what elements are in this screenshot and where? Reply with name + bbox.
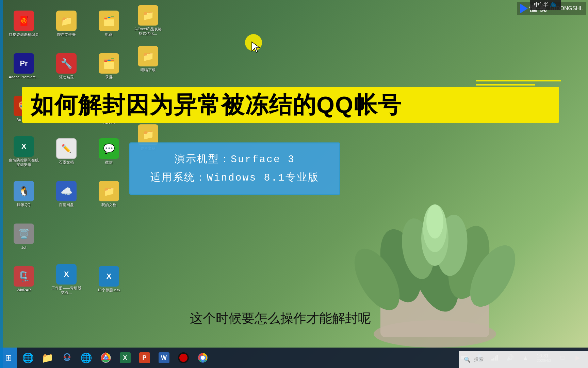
yellow-line-2 <box>476 84 535 86</box>
icon-label-epidemic: 疫情防控期间在线实训安排 <box>9 158 39 167</box>
icon-driver[interactable]: 🔧 驱动精灵 <box>46 46 87 87</box>
icon-img-winrar: 🗜️ <box>14 266 34 287</box>
icon-img-red-bag: 🧧 <box>14 11 34 31</box>
taskbar-pinned-icons: 🌐 📁 🌐 <box>17 349 457 367</box>
icon-img-10titles: X <box>99 266 119 287</box>
subtitle-text: 这个时候要怎么操作才能解封呢 <box>109 310 452 327</box>
svg-point-14 <box>68 356 70 358</box>
icon-label-screen-record: 录屏 <box>105 75 113 79</box>
icon-img-shimo: ✏️ <box>56 138 77 159</box>
icon-label-wechat: 微信 <box>105 160 113 165</box>
icon-download[interactable]: 📁 喵喵下载 <box>129 44 167 74</box>
taskbar-icon-ie[interactable]: 🌐 <box>19 349 37 367</box>
icon-jot[interactable]: 🗑️ Jot <box>3 216 44 257</box>
mouse-cursor <box>250 40 264 54</box>
icon-temp-folder[interactable]: 📁 即席文件夹 <box>46 3 87 44</box>
icon-img-baidu-disk: ☁️ <box>56 181 77 201</box>
icon-baidu-disk[interactable]: ☁️ 百度网盘 <box>46 174 87 215</box>
icon-label-jot: Jot <box>21 245 27 250</box>
info-line2: 适用系统：Windows 8.1专业版 <box>141 169 329 187</box>
icon-10titles[interactable]: X 10个标题.xlsx <box>88 259 129 300</box>
icon-workbook[interactable]: X 工作册——青细股交流... <box>46 259 87 300</box>
title-banner: 如何解封因为异常被冻结的QQ帐号 <box>22 87 559 123</box>
icon-label-my-docs: 我的文档 <box>101 203 116 207</box>
svg-point-19 <box>105 357 107 359</box>
icon-label-workbook: 工作册——青细股交流... <box>51 286 82 295</box>
icon-label-ecommerce: 电商 <box>105 32 113 37</box>
icon-label-baidu-disk: 百度网盘 <box>59 203 74 207</box>
search-bar-bottom[interactable]: 🔍 搜索 <box>459 351 588 368</box>
icon-img-ecommerce: 🗂️ <box>99 11 119 31</box>
icon-winrar[interactable]: 🗜️ WinRAR <box>3 259 44 300</box>
icon-red-bag[interactable]: 🧧 红皮袋训课精编灵 <box>3 3 44 44</box>
taskbar-icon-powerpoint[interactable]: P <box>135 349 154 367</box>
left-edge-bar <box>0 0 3 368</box>
taskbar-icon-chrome2[interactable] <box>193 349 212 367</box>
logo-triangle-icon <box>520 4 528 13</box>
svg-point-22 <box>201 356 204 359</box>
taskbar-icon-excel[interactable]: X <box>116 349 134 367</box>
icon-img-qq: 🐧 <box>14 181 34 201</box>
icon-label-excel-folder: 2-Excel产品表格格式优化... <box>133 27 163 36</box>
icon-img-driver: 🔧 <box>56 53 77 74</box>
taskbar-icon-ie2[interactable]: 🌐 <box>77 349 96 367</box>
icon-label-download: 喵喵下载 <box>141 68 156 72</box>
icon-my-docs[interactable]: 📁 我的文档 <box>88 174 129 215</box>
icon-label-10titles: 10个标题.xlsx <box>97 288 120 292</box>
title-text: 如何解封因为异常被冻结的QQ帐号 <box>31 92 551 118</box>
info-line1: 演示机型：Surface 3 <box>141 150 329 169</box>
taskbar-icon-word[interactable]: W <box>154 349 173 367</box>
icon-label-temp-folder: 即席文件夹 <box>57 32 76 37</box>
icon-img-my-docs: 📁 <box>99 181 119 201</box>
taskbar-icon-explorer[interactable]: 📁 <box>38 349 57 367</box>
icon-label-winrar: WinRAR <box>17 288 31 292</box>
desktop-icons-area: 🧧 红皮袋训课精编灵 📁 即席文件夹 🗂️ 电商 Pr Adobe Premie… <box>0 0 143 293</box>
icon-img-adobe-premiere: Pr <box>14 53 34 74</box>
icon-img-epidemic: X <box>14 136 34 157</box>
icon-img-jot: 🗑️ <box>14 224 34 244</box>
icon-wechat[interactable]: 💬 微信 <box>88 131 129 172</box>
icon-img-references: 📁 <box>138 124 158 145</box>
icon-img-wechat: 💬 <box>99 138 119 159</box>
icon-qq[interactable]: 🐧 腾讯QQ <box>3 174 44 215</box>
icon-label-shimo: 石墨文档 <box>59 160 74 165</box>
icon-img-download: 📁 <box>138 46 158 66</box>
search-placeholder: 搜索 <box>474 356 484 363</box>
icon-shimo[interactable]: ✏️ 石墨文档 <box>46 131 87 172</box>
icon-ecommerce[interactable]: 🗂️ 电商 <box>88 3 129 44</box>
svg-point-11 <box>426 204 443 239</box>
search-icon: 🔍 <box>464 356 471 363</box>
ime-text: 中°·半 🧥 <box>534 1 557 9</box>
icon-img-screen-record: 🗂️ <box>99 53 119 74</box>
ime-indicator[interactable]: 中°·半 🧥 <box>530 0 561 10</box>
icon-screen-record[interactable]: 🗂️ 录屏 <box>88 46 129 87</box>
icon-label-qq: 腾讯QQ <box>17 203 30 207</box>
icon-img-workbook: X <box>56 264 77 285</box>
info-box: 演示机型：Surface 3 适用系统：Windows 8.1专业版 <box>129 142 340 195</box>
icon-epidemic[interactable]: X 疫情防控期间在线实训安排 <box>3 131 44 172</box>
svg-point-13 <box>64 356 66 358</box>
icon-label-adobe-premiere: Adobe Premiere... <box>9 75 39 79</box>
taskbar-icon-record[interactable] <box>174 349 193 367</box>
taskbar-icon-baidu[interactable] <box>58 349 76 367</box>
icon-img-temp-folder: 📁 <box>56 11 77 31</box>
icon-img-excel-folder: 📁 <box>138 5 158 26</box>
icon-excel-folder[interactable]: 📁 2-Excel产品表格格式优化... <box>129 3 167 37</box>
icon-label-red-bag: 红皮袋训课精编灵 <box>9 32 39 37</box>
icon-adobe-premiere[interactable]: Pr Adobe Premiere... <box>3 46 44 87</box>
icon-label-driver: 驱动精灵 <box>59 75 74 79</box>
taskbar-icon-chrome[interactable] <box>96 349 115 367</box>
yellow-line-1 <box>476 80 561 81</box>
